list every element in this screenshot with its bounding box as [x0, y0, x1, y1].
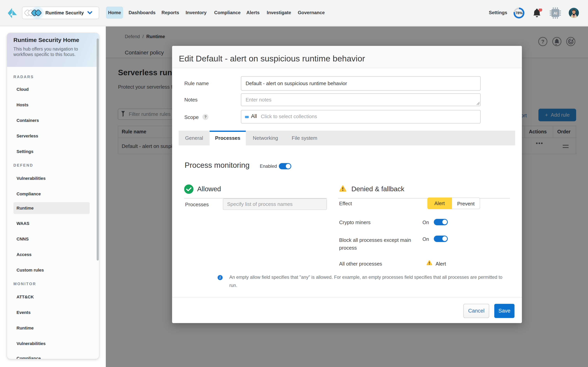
svg-text:AI: AI [553, 11, 557, 15]
